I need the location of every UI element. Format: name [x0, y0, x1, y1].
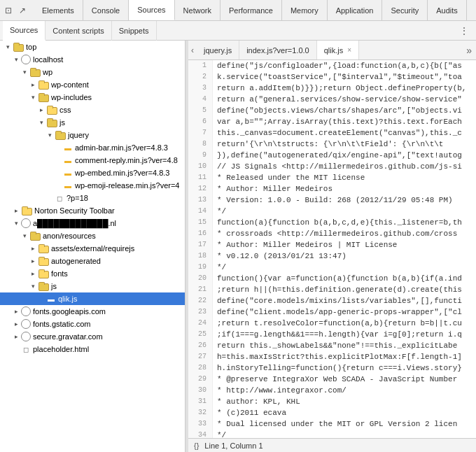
code-line: 31* author: KPL, KHL	[188, 396, 476, 407]
code-line: 32* (c)2011 ecava	[188, 407, 476, 418]
code-line: 7this._canvas=document.createElement("ca…	[188, 127, 476, 139]
panels: toplocalhostwpwp-contentwp-includescssjs…	[0, 41, 476, 452]
file-tab-label: qlik.js	[324, 46, 344, 55]
code-line: 33* Dual licensed under the MIT or GPL V…	[188, 418, 476, 430]
line-code: * http://www.integraxor.com/	[213, 385, 346, 396]
code-line: 24;return t.resolveColor=function(a,b){r…	[188, 318, 476, 329]
line-code: function(a){function b(a,b,c,d,e){this._…	[213, 217, 462, 228]
tree-arrow	[11, 333, 21, 340]
tree-item-placeholder[interactable]: ◻placeholder.html	[0, 343, 185, 355]
code-line: 34*/	[188, 430, 476, 438]
tree-item-jquery[interactable]: jquery	[0, 129, 185, 141]
sources-tab-snippets[interactable]: Snippets	[112, 21, 157, 41]
tree-label: js	[51, 282, 57, 290]
line-code: ;return t.resolveColor=function(a,b){ret…	[213, 318, 462, 329]
file-tab-qlik-js[interactable]: qlik.js×	[317, 41, 359, 60]
line-code: * v0.12.0 (2013/01/21 13:47)	[213, 250, 346, 262]
tree-label: secure.gravatar.com	[33, 332, 103, 341]
code-line: 14*/	[188, 206, 476, 217]
tree-item-localhost[interactable]: localhost	[0, 53, 185, 66]
main-tab-sources[interactable]: Sources	[129, 0, 174, 20]
file-tab-close-button[interactable]: ×	[347, 46, 351, 54]
file-tab-index-js-ver-1-0-0[interactable]: index.js?ver=1.0.0	[239, 41, 317, 60]
tree-label: placeholder.html	[33, 345, 89, 353]
tree-arrow	[11, 220, 21, 227]
sources-tab-content-scripts[interactable]: Content scripts	[46, 21, 111, 41]
code-line: 1define("js/configloader",{load:function…	[188, 60, 476, 71]
main-tab-network[interactable]: Network	[175, 0, 220, 20]
line-code: ;return h||(h=this.definition.generate(d…	[213, 284, 462, 295]
dock-icon[interactable]: ⊡	[3, 5, 14, 16]
main-tab-audits[interactable]: Audits	[428, 0, 467, 20]
domain-icon	[21, 55, 31, 64]
main-tab-security[interactable]: Security	[382, 0, 428, 20]
main-tab-performance[interactable]: Performance	[220, 0, 282, 20]
closed-folder-icon	[38, 269, 49, 278]
line-number: 8	[188, 139, 213, 150]
file-tab-nav-left[interactable]: ‹	[188, 41, 197, 60]
domain-icon	[21, 306, 31, 316]
tree-item-domain-nl[interactable]: a█████████████.nl	[0, 217, 185, 229]
open-folder-icon	[13, 43, 24, 51]
line-number: 16	[188, 228, 213, 239]
sources-tab-sources[interactable]: Sources	[3, 21, 46, 41]
main-tab-console[interactable]: Console	[83, 0, 129, 20]
main-tab-memory[interactable]: Memory	[282, 0, 328, 20]
tree-item-css[interactable]: css	[0, 104, 185, 116]
main-tab-elements[interactable]: Elements	[34, 0, 83, 20]
open-folder-icon	[55, 131, 66, 139]
code-line: 20function(){var a=function(a){function …	[188, 273, 476, 284]
closed-folder-icon	[38, 244, 49, 253]
line-number: 3	[188, 83, 213, 94]
sources-tab-more-button[interactable]: ⋮	[455, 25, 473, 36]
tree-item-norton[interactable]: Norton Security Toolbar	[0, 204, 185, 217]
main-tab-application[interactable]: Application	[328, 0, 383, 20]
tree-label: fonts.googleapis.com	[33, 307, 106, 316]
tree-label: jquery	[68, 131, 89, 139]
line-number: 32	[188, 407, 213, 418]
tree-item-admin-bar[interactable]: ▬admin-bar.min.js?ver=4.8.3	[0, 141, 185, 154]
js-file-icon: ▬	[63, 169, 73, 177]
code-content[interactable]: 1define("js/configloader",{load:function…	[188, 60, 476, 438]
tree-label: css	[59, 106, 71, 114]
closed-folder-icon	[21, 206, 32, 215]
tree-item-fonts-gstatic[interactable]: fonts.gstatic.com	[0, 318, 185, 330]
tree-item-top[interactable]: top	[0, 41, 185, 53]
tree-item-anon-resources[interactable]: anon/resources	[0, 229, 185, 242]
code-line: 8return'{\r\n\tstructs: {\r\n\t\tField':…	[188, 139, 476, 150]
line-code: * author: KPL, KHL	[213, 396, 300, 407]
undock-icon[interactable]: ↗	[17, 5, 28, 16]
code-line: 19*/	[188, 262, 476, 273]
tree-item-qlik-js[interactable]: ▬qlik.js	[0, 292, 185, 305]
tree-item-js[interactable]: js	[0, 116, 185, 129]
tree-item-fonts[interactable]: fonts	[0, 267, 185, 280]
tree-item-autogenerated[interactable]: autogenerated	[0, 255, 185, 267]
tree-label: anon/resources	[43, 232, 96, 240]
file-tab-more-button[interactable]: »	[462, 45, 476, 56]
tree-item-fonts-google[interactable]: fonts.googleapis.com	[0, 305, 185, 318]
tree-item-wp-emoji[interactable]: ▬wp-emoji-release.min.js?ver=4	[0, 179, 185, 192]
line-code: * Released under the MIT license	[213, 172, 365, 183]
line-number: 28	[188, 362, 213, 374]
tree-arrow	[28, 283, 38, 290]
tree-item-secure-gravatar[interactable]: secure.gravatar.com	[0, 330, 185, 343]
tree-item-assets-external[interactable]: assets/external/requirejs	[0, 242, 185, 255]
file-tab-jquery-js[interactable]: jquery.js	[197, 41, 239, 60]
status-bar-brackets-icon[interactable]: {}	[194, 442, 199, 450]
line-code: * crossroads <http://millermedeiros.gith…	[213, 228, 457, 239]
open-folder-icon	[29, 232, 41, 240]
tree-item-wp-embed[interactable]: ▬wp-embed.min.js?ver=4.8.3	[0, 167, 185, 179]
line-code: */	[213, 262, 226, 273]
code-line: 3return a.addItem(b)}});return Object.de…	[188, 83, 476, 94]
line-code: return a.addItem(b)}});return Object.def…	[213, 83, 466, 94]
code-line: 2k.service("toastService",["$interval","…	[188, 71, 476, 83]
main-tab-nav: ElementsConsoleSourcesNetworkPerformance…	[34, 0, 473, 20]
tree-item-wp[interactable]: wp	[0, 66, 185, 78]
tree-label: top	[26, 43, 36, 51]
tree-item-wp-content[interactable]: wp-content	[0, 78, 185, 91]
tree-item-comment-reply[interactable]: ▬comment-reply.min.js?ver=4.8	[0, 154, 185, 167]
tree-item-js2[interactable]: js	[0, 280, 185, 292]
tree-item-p18[interactable]: ◻?p=18	[0, 192, 185, 204]
line-code: */	[213, 206, 226, 217]
tree-item-wp-includes[interactable]: wp-includes	[0, 91, 185, 104]
